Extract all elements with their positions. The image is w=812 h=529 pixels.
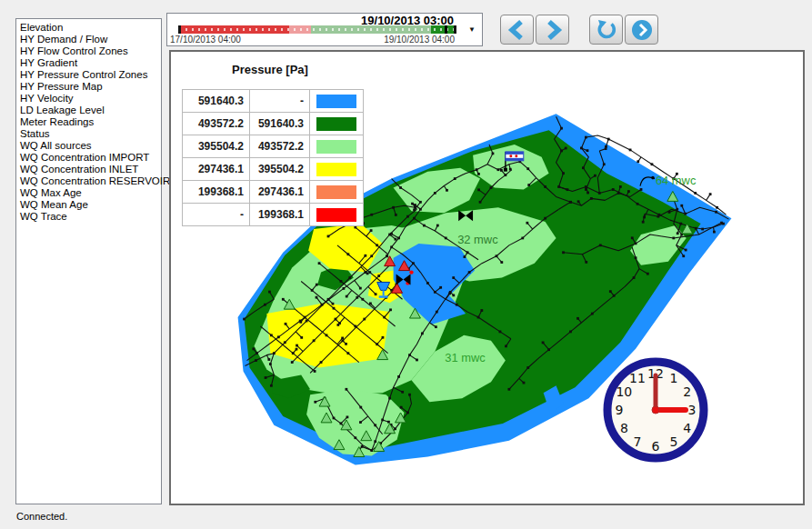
svg-text:7: 7: [634, 434, 642, 449]
sidebar-item-hy-flow-control-zones[interactable]: HY Flow Control Zones: [20, 45, 161, 57]
sidebar-item-hy-pressure-control-zones[interactable]: HY Pressure Control Zones: [20, 69, 161, 81]
sidebar-item-hy-pressure-map[interactable]: HY Pressure Map: [20, 81, 161, 93]
legend-row: 395504.2493572.2: [183, 135, 364, 158]
flag-icon: [509, 155, 512, 157]
legend-color-swatch: [316, 95, 356, 108]
sidebar-item-status[interactable]: Status: [20, 128, 161, 140]
sidebar-item-wq-concentration-import[interactable]: WQ Concentration IMPORT: [20, 152, 161, 164]
legend-color-swatch: [316, 208, 356, 222]
tank-icon: [379, 295, 388, 297]
time-slider-segment: [311, 25, 431, 34]
legend-title: Pressure [Pa]: [184, 63, 356, 76]
svg-text:4: 4: [683, 421, 691, 435]
sidebar-item-hy-gradient[interactable]: HY Gradient: [20, 57, 161, 69]
svg-text:8: 8: [620, 421, 628, 435]
time-slider-segment: [181, 25, 289, 34]
play-circle-icon: [630, 18, 654, 42]
legend-to-value: -: [250, 90, 310, 113]
sidebar-item-hy-velocity[interactable]: HY Velocity: [20, 93, 161, 105]
legend-color-swatch: [316, 117, 356, 131]
red-dot-icon: [409, 270, 413, 274]
sidebar-item-ld-leakage-level[interactable]: LD Leakage Level: [20, 105, 161, 116]
map-label: 31 mwc: [445, 351, 486, 364]
svg-text:5: 5: [670, 434, 678, 449]
legend-from-value: -: [183, 204, 250, 226]
svg-text:1: 1: [670, 371, 678, 385]
sidebar-item-wq-all-sources[interactable]: WQ All sources: [20, 140, 161, 152]
timeline-panel: 19/10/2013 03:00 17/10/2013 04:00 19/10/…: [166, 13, 483, 46]
legend-to-value: 297436.1: [250, 181, 310, 204]
legend-color-swatch: [316, 163, 356, 176]
legend-from-value: 591640.3: [183, 90, 250, 113]
layer-list[interactable]: ElevationHY Demand / FlowHY Flow Control…: [15, 18, 162, 504]
timeline-dropdown-button[interactable]: ▼: [466, 24, 478, 35]
legend-to-value: 395504.2: [250, 158, 310, 181]
svg-text:6: 6: [652, 439, 660, 454]
sidebar-item-meter-readings[interactable]: Meter Readings: [20, 116, 161, 128]
analog-clock: 121234567891011: [601, 355, 710, 464]
legend-color-cell: [310, 181, 364, 204]
legend-color-cell: [310, 113, 364, 135]
chevron-down-icon: ▼: [468, 25, 476, 34]
chevron-left-icon: [506, 19, 529, 41]
tank-icon: [383, 290, 385, 295]
sidebar-item-wq-max-age[interactable]: WQ Max Age: [20, 187, 161, 199]
flag-icon: [506, 152, 524, 155]
flag-icon: [506, 158, 524, 161]
svg-text:9: 9: [616, 403, 624, 417]
sidebar-item-wq-concentration-inlet[interactable]: WQ Concentration INLET: [20, 164, 161, 175]
legend-color-swatch: [316, 140, 356, 154]
legend-color-cell: [310, 158, 364, 181]
step-forward-button[interactable]: [536, 15, 569, 45]
legend-from-value: 297436.1: [183, 158, 250, 181]
legend-from-value: 395504.2: [183, 135, 250, 158]
sidebar-item-wq-mean-age[interactable]: WQ Mean Age: [20, 199, 161, 211]
sidebar-item-wq-concentration-reservoir[interactable]: WQ Concentration RESERVOIR: [20, 175, 161, 187]
time-slider-segment: [431, 25, 455, 34]
status-text: Connected.: [16, 511, 67, 522]
time-slider-segment: [289, 25, 311, 34]
svg-text:10: 10: [616, 384, 632, 399]
time-slider-thumb[interactable]: [445, 25, 447, 34]
end-time-label: 19/10/2013 04:00: [384, 35, 455, 45]
legend-from-value: 493572.2: [183, 113, 250, 135]
svg-text:3: 3: [688, 403, 697, 417]
map-label: 64 mwc: [656, 174, 697, 187]
legend-row: 199368.1297436.1: [183, 181, 364, 204]
sidebar-item-wq-trace[interactable]: WQ Trace: [20, 211, 161, 223]
map-panel: 64 mwc32 mwc31 mwc Pressure [Pa] 591640.…: [169, 50, 805, 505]
rotate-icon: [595, 18, 618, 42]
time-slider[interactable]: [178, 25, 456, 34]
play-button[interactable]: [625, 15, 658, 45]
legend-table: 591640.3-493572.2591640.3395504.2493572.…: [182, 89, 364, 226]
legend-to-value: 199368.1: [250, 204, 310, 226]
map-label: 32 mwc: [457, 233, 498, 246]
sidebar-item-hy-demand-flow[interactable]: HY Demand / Flow: [20, 34, 161, 45]
legend-row: 591640.3-: [183, 90, 364, 113]
sidebar-item-elevation[interactable]: Elevation: [20, 22, 161, 34]
legend-color-cell: [310, 204, 364, 226]
legend-from-value: 199368.1: [183, 181, 250, 204]
chevron-right-icon: [541, 19, 565, 41]
svg-text:11: 11: [629, 371, 646, 385]
start-time-label: 17/10/2013 04:00: [170, 35, 241, 45]
legend-to-value: 591640.3: [250, 113, 310, 135]
legend-row: 297436.1395504.2: [183, 158, 364, 181]
flag-icon: [504, 168, 507, 172]
step-back-button[interactable]: [500, 15, 534, 45]
legend-color-cell: [310, 90, 364, 113]
legend-to-value: 493572.2: [250, 135, 310, 158]
reset-button[interactable]: [589, 15, 623, 45]
legend-row: -199368.1: [183, 204, 364, 226]
legend-color-cell: [310, 135, 364, 158]
svg-text:2: 2: [683, 384, 691, 399]
legend-color-swatch: [316, 185, 356, 199]
flag-icon: [515, 155, 517, 157]
legend-row: 493572.2591640.3: [183, 113, 364, 135]
